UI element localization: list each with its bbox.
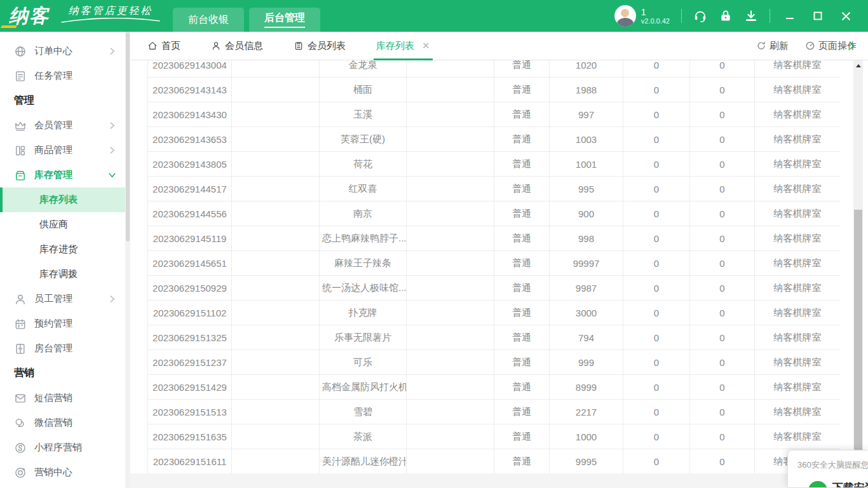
- sidebar-item-order-center[interactable]: 订单中心: [0, 39, 125, 64]
- table-row[interactable]: 20230629144556南京普通90000纳客棋牌室: [148, 201, 841, 226]
- cell-col-4: [407, 325, 494, 350]
- sidebar-item-miniprogram-marketing[interactable]: 小程序营销: [0, 435, 125, 460]
- cell-product-id: 20230629150929: [148, 276, 232, 301]
- sidebar-item-member-management[interactable]: 会员管理: [0, 113, 125, 138]
- refresh-button[interactable]: 刷新: [756, 40, 789, 52]
- cell-stock-qty: 1001: [550, 152, 623, 177]
- sidebar-subitem-supplier[interactable]: 供应商: [0, 212, 125, 237]
- cell-qty-b: 0: [690, 127, 755, 152]
- cell-col-4: [407, 201, 494, 226]
- nav-tab-backend-management[interactable]: 后台管理: [249, 8, 320, 32]
- app-version: v2.0.0.42: [641, 17, 670, 25]
- cell-product-name: 扑克牌: [320, 301, 407, 325]
- table-row[interactable]: 20230629151325乐事无限薯片普通79400纳客棋牌室: [148, 325, 841, 350]
- tab-home[interactable]: 首页: [147, 32, 180, 60]
- sidebar-scrollbar[interactable]: [125, 32, 130, 488]
- cell-col-4: [407, 78, 494, 102]
- tab-member-info[interactable]: 会员信息: [211, 32, 263, 60]
- sidebar-item-wechat-marketing[interactable]: 微信营销: [0, 410, 125, 435]
- cell-qty-a: 0: [623, 350, 690, 375]
- cell-qty-b: 0: [690, 152, 755, 177]
- sidebar-subitem-inventory-list[interactable]: 库存列表: [0, 187, 125, 212]
- table-row[interactable]: 20230629151513雪碧普通221700纳客棋牌室: [148, 400, 841, 424]
- download-icon[interactable]: [744, 9, 758, 23]
- sidebar-item-label: 微信营销: [34, 417, 72, 429]
- cell-product-type: 普通: [494, 60, 550, 78]
- scrollbar-up-arrow-icon[interactable]: [853, 60, 863, 71]
- cell-qty-b: 0: [690, 424, 755, 449]
- avatar[interactable]: [614, 5, 636, 27]
- table-row[interactable]: 20230629143004金龙泉普通102000纳客棋牌室: [148, 60, 841, 78]
- cell-product-id: 20230629151635: [148, 424, 232, 449]
- table-row[interactable]: 20230629151635茶派普通100000纳客棋牌室: [148, 424, 841, 449]
- table-row[interactable]: 20230629143805荷花普通100100纳客棋牌室: [148, 152, 841, 177]
- sidebar-item-reservation-management[interactable]: 预约管理: [0, 311, 125, 336]
- table-row[interactable]: 20230629143143桶面普通198800纳客棋牌室: [148, 78, 841, 102]
- page-operations-chevron-icon[interactable]: [848, 41, 857, 50]
- table-scrollbar[interactable]: [853, 60, 863, 488]
- divider: [770, 9, 770, 23]
- table-row[interactable]: 20230629151237可乐普通99900纳客棋牌室: [148, 350, 841, 375]
- scrollbar-thumb[interactable]: [854, 210, 862, 488]
- sidebar-item-inventory-management[interactable]: 库存管理: [0, 163, 125, 187]
- table-row[interactable]: 20230629143653芙蓉王(硬)普通100300纳客棋牌室: [148, 127, 841, 152]
- header-nav-tabs: 前台收银后台管理: [173, 0, 320, 32]
- sidebar-item-task-management[interactable]: 任务管理: [0, 64, 125, 88]
- cell-store-name: 纳客棋牌室: [755, 177, 841, 201]
- sidebar-item-room-management[interactable]: 房台管理: [0, 336, 125, 361]
- tab-close-icon[interactable]: ✕: [422, 40, 430, 51]
- table-row[interactable]: 20230629150929统一汤达人极味馆...普通998700纳客棋牌室: [148, 276, 841, 301]
- sidebar-subitem-inventory-purchase[interactable]: 库存进货: [0, 237, 125, 262]
- tab-inventory-list[interactable]: 库存列表✕: [376, 32, 430, 60]
- table-row[interactable]: 20230629144517红双喜普通99500纳客棋牌室: [148, 177, 841, 201]
- cell-qty-a: 0: [623, 301, 690, 325]
- sidebar-item-product-management[interactable]: 商品管理: [0, 138, 125, 163]
- sidebar-item-marketing-center[interactable]: 营销中心: [0, 460, 125, 485]
- cell-col-2: [232, 102, 320, 127]
- cell-qty-a: 0: [623, 201, 690, 226]
- popup-action-label[interactable]: 下载安装: [832, 480, 868, 488]
- table-row[interactable]: 20230629145651麻辣王子辣条普通9999700纳客棋牌室: [148, 251, 841, 276]
- cell-product-type: 普通: [494, 201, 550, 226]
- cell-col-2: [232, 226, 320, 251]
- security-notification-popup[interactable]: 360安全大脑提醒您 下载安装: [787, 450, 868, 488]
- tab-label: 会员信息: [225, 40, 263, 52]
- nav-tab-front-cashier[interactable]: 前台收银: [173, 8, 244, 32]
- cell-qty-a: 0: [623, 127, 690, 152]
- sidebar-item-sms-marketing[interactable]: 短信营销: [0, 386, 125, 410]
- close-button[interactable]: [837, 9, 854, 23]
- cell-stock-qty: 997: [550, 102, 623, 127]
- calendar-icon: [14, 318, 27, 330]
- cell-qty-a: 0: [623, 400, 690, 424]
- cell-product-type: 普通: [494, 102, 550, 127]
- cell-store-name: 纳客棋牌室: [755, 102, 841, 127]
- cell-product-id: 20230629151237: [148, 350, 232, 375]
- action-label: 刷新: [770, 40, 789, 52]
- cell-product-name: 金龙泉: [320, 60, 407, 78]
- sidebar-subitem-inventory-transfer[interactable]: 库存调拨: [0, 262, 125, 287]
- maximize-button[interactable]: [810, 9, 826, 23]
- cell-store-name: 纳客棋牌室: [755, 201, 841, 226]
- cell-col-4: [407, 127, 494, 152]
- table-row[interactable]: 20230629145119恋上鸭麻辣鸭脖子...普通99800纳客棋牌室: [148, 226, 841, 251]
- globe-icon: [14, 45, 27, 58]
- table-row[interactable]: 20230629143430玉溪普通99700纳客棋牌室: [148, 102, 841, 127]
- tab-label: 会员列表: [308, 40, 346, 52]
- sidebar-item-staff-management[interactable]: 员工管理: [0, 287, 125, 311]
- cell-product-id: 20230629151325: [148, 325, 232, 350]
- user-block[interactable]: 1 v2.0.0.42: [614, 5, 670, 27]
- cell-qty-a: 0: [623, 102, 690, 127]
- minimize-button[interactable]: [782, 9, 798, 23]
- cell-col-2: [232, 449, 320, 474]
- lock-icon[interactable]: [719, 9, 733, 23]
- table-row[interactable]: 20230629151429高档金属防风打火机普通899900纳客棋牌室: [148, 375, 841, 400]
- cell-qty-b: 0: [690, 102, 755, 127]
- sidebar-item-label: 房台管理: [34, 342, 72, 355]
- table-row[interactable]: 20230629151611美汁源酷儿迷你橙汁普通999500纳客棋牌室: [148, 449, 841, 474]
- table-row[interactable]: 20230629151102扑克牌普通300000纳客棋牌室: [148, 301, 841, 325]
- cell-product-id: 20230629151513: [148, 400, 232, 424]
- cell-product-id: 20230629143805: [148, 152, 232, 177]
- cell-qty-b: 0: [690, 350, 755, 375]
- support-headset-icon[interactable]: [693, 9, 707, 23]
- tab-member-list[interactable]: 会员列表: [294, 32, 346, 60]
